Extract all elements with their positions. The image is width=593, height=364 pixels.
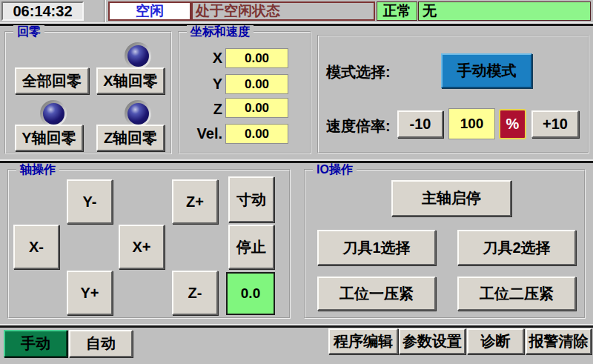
tab-manual[interactable]: 手动: [4, 330, 67, 357]
jog-mode-button[interactable]: 寸动: [228, 176, 274, 222]
z-home-led-icon: [125, 100, 151, 127]
io-panel-title: IO操作: [313, 163, 357, 176]
tab-auto[interactable]: 自动: [69, 330, 133, 357]
home-all-button[interactable]: 全部回零: [15, 67, 89, 94]
jog-y-plus-button[interactable]: Y+: [67, 271, 113, 315]
homing-panel: 回零 全部回零 X轴回零 Y轴回零 Z轴回零: [4, 31, 172, 154]
stop-button[interactable]: 停止: [228, 225, 274, 269]
jog-x-minus-button[interactable]: X-: [13, 225, 59, 269]
divider: [0, 324, 593, 328]
percent-sign: %: [499, 109, 526, 139]
velocity-value: 0.00: [225, 124, 288, 144]
z-axis-label: Z: [181, 99, 222, 119]
jog-y-minus-button[interactable]: Y-: [67, 179, 113, 224]
alarm-message-display: 无: [418, 1, 591, 21]
coords-panel-title: 坐标和速度: [187, 25, 254, 39]
axis-panel-title: 轴操作: [16, 163, 59, 176]
override-plus-button[interactable]: +10: [531, 110, 579, 138]
override-minus-button[interactable]: -10: [397, 110, 443, 138]
home-z-button[interactable]: Z轴回零: [96, 125, 165, 151]
y-position-value: 0.00: [225, 74, 288, 94]
override-value-display: 100: [448, 108, 495, 139]
mode-select-label: 模式选择:: [326, 62, 408, 82]
speed-override-label: 速度倍率:: [326, 116, 408, 136]
alarm-state-display: 正常: [377, 1, 417, 21]
y-axis-label: Y: [181, 74, 222, 94]
tool2-select-button[interactable]: 刀具2选择: [457, 230, 576, 265]
station2-clamp-button[interactable]: 工位二压紧: [457, 277, 576, 311]
coords-panel: 坐标和速度 X 0.00 Y 0.00 Z 0.00 Vel. 0.00: [178, 31, 311, 154]
io-panel: IO操作 主轴启停 刀具1选择 刀具2选择 工位一压紧 工位二压紧: [304, 169, 586, 319]
mode-panel: 模式选择: 手动模式 速度倍率: -10 100 % +10: [317, 35, 589, 153]
velocity-label: Vel.: [181, 124, 222, 144]
clock-display: 06:14:32: [1, 1, 84, 21]
jog-z-minus-button[interactable]: Z-: [172, 271, 218, 315]
spindle-start-stop-button[interactable]: 主轴启停: [391, 180, 511, 216]
alarm-clear-button[interactable]: 报警清除: [526, 328, 592, 354]
state-message-display: 处于空闲状态: [191, 1, 375, 21]
machine-state-display: 空闲: [108, 1, 191, 21]
divider: [0, 22, 593, 26]
station1-clamp-button[interactable]: 工位一压紧: [317, 277, 436, 311]
homing-panel-title: 回零: [13, 25, 44, 39]
x-home-led-icon: [125, 42, 151, 69]
param-settings-button[interactable]: 参数设置: [399, 328, 466, 354]
jog-step-value[interactable]: 0.0: [226, 272, 275, 315]
diagnostics-button[interactable]: 诊断: [467, 328, 524, 354]
program-edit-button[interactable]: 程序编辑: [328, 328, 398, 354]
divider: [0, 159, 593, 163]
jog-z-plus-button[interactable]: Z+: [172, 179, 218, 224]
tool1-select-button[interactable]: 刀具1选择: [317, 230, 436, 265]
home-y-button[interactable]: Y轴回零: [15, 125, 83, 151]
x-axis-label: X: [181, 48, 222, 68]
x-position-value: 0.00: [225, 48, 288, 68]
z-position-value: 0.00: [225, 98, 288, 118]
divider: [104, 0, 106, 22]
mode-select-button[interactable]: 手动模式: [441, 53, 532, 88]
axis-panel: 轴操作 Y- Z+ 寸动 X- X+ 停止 Y+ Z- 0.0: [7, 169, 291, 319]
home-x-button[interactable]: X轴回零: [96, 67, 165, 94]
jog-x-plus-button[interactable]: X+: [119, 225, 165, 269]
y-home-led-icon: [40, 100, 67, 127]
